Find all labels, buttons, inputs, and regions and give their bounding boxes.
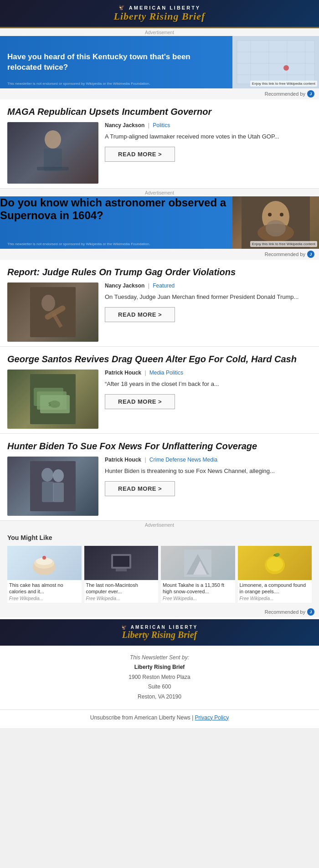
might-like-img-2 [84, 546, 159, 580]
ad1-disclaimer: This newsletter is not endorsed or spons… [0, 80, 158, 88]
svg-text:$: $ [48, 402, 51, 407]
footer-address-3: Reston, VA 20190 [9, 692, 310, 702]
ad1-text-side: Have you heard of this Kentucky town tha… [0, 44, 232, 80]
might-like-source-2: Free Wikipedia... [84, 596, 159, 603]
ad2-disclaimer: This newsletter is not endorsed or spons… [0, 240, 158, 249]
footer-brand-tagline: Liberty Rising Brief [5, 630, 314, 640]
ad2-label: Advertisement [0, 189, 319, 196]
svg-rect-40 [116, 569, 127, 571]
article-1-title: MAGA Republican Upsets Incumbent Governo… [7, 106, 312, 118]
article-4-read-more[interactable]: READ MORE > [105, 481, 175, 496]
article-4-image [7, 457, 98, 516]
footer-unsubscribe-text: Unsubscribe from American Liberty News | [90, 714, 194, 721]
svg-rect-31 [42, 482, 54, 502]
svg-point-16 [266, 220, 286, 236]
brand-name: AMERICAN LIBERTY [129, 5, 201, 10]
recommended-text-1: Recommended by [265, 91, 305, 97]
svg-rect-1 [237, 41, 314, 84]
footer-brand-line1: 🦅 AMERICAN LIBERTY [5, 625, 314, 630]
article-1-read-more[interactable]: READ MORE > [105, 147, 175, 162]
article-2-read-more[interactable]: READ MORE > [105, 307, 175, 322]
ad2-image-side: Enjoy this link to free Wikipedia conten… [232, 196, 319, 249]
ad1-banner[interactable]: Have you heard of this Kentucky town tha… [0, 36, 319, 88]
svg-point-32 [53, 469, 64, 482]
recommended-icon-2: J [307, 251, 314, 258]
article-3-meta: Patrick Houck | Media Politics [105, 370, 219, 376]
footer-privacy-link[interactable]: Privacy Policy [195, 714, 229, 721]
footer-info: This Newsletter Sent by: Liberty Rising … [0, 646, 319, 709]
footer-unsubscribe: Unsubscribe from American Liberty News |… [0, 709, 319, 728]
ad1-image-side: Enjoy this link to free Wikipedia conten… [232, 36, 319, 88]
article-3-image: $ [7, 370, 98, 429]
article-2-category: Featured [153, 282, 175, 289]
article-3-body: $ Patrick Houck | Media Politics “After … [7, 370, 312, 429]
article-3-content: Patrick Houck | Media Politics “After 18… [105, 370, 219, 409]
might-like-source-1: Free Wikipedia... [7, 596, 82, 603]
article-2-excerpt: On Tuesday, Judge Juan Merchan fined for… [105, 293, 298, 302]
might-like-text-4: Limonene, a compound found in orange pee… [238, 580, 312, 596]
ad1-label: Advertisement [0, 28, 319, 36]
svg-point-27 [49, 401, 60, 408]
ad2-astronomer-art: Enjoy this link to free Wikipedia conten… [232, 196, 319, 249]
might-like-item-4[interactable]: Limonene, a compound found in orange pee… [238, 546, 312, 603]
article-1-author: Nancy Jackson [105, 122, 144, 128]
article-3-title: George Santos Revives Drag Queen Alter E… [7, 353, 312, 365]
article-3-category: Media Politics [149, 370, 183, 376]
you-might-like-section: You Might Like This cake has almost no c… [0, 529, 319, 606]
svg-point-18 [280, 213, 283, 216]
brand-line1: 🦅 AMERICAN LIBERTY [5, 5, 314, 10]
header-banner: 🦅 AMERICAN LIBERTY Liberty Rising Brief [0, 0, 319, 28]
svg-point-30 [41, 468, 53, 482]
you-might-like-title: You Might Like [7, 534, 312, 541]
might-like-img-1 [7, 546, 82, 580]
article-4-excerpt: Hunter Biden is threatening to sue Fox N… [105, 467, 275, 476]
ad2-headline: Do you know which astronomer observed a … [0, 196, 232, 222]
svg-point-22 [41, 295, 55, 311]
page-wrapper: 🦅 AMERICAN LIBERTY Liberty Rising Brief … [0, 0, 319, 728]
might-like-item-3[interactable]: Mount Takahe is a 11,350 ft high snow-co… [161, 546, 235, 603]
ad1-map: Enjoy this link to free Wikipedia conten… [232, 36, 319, 88]
footer-brand-name: AMERICAN LIBERTY [131, 625, 198, 630]
article-4-author: Patrick Houck [105, 457, 141, 463]
article-1: MAGA Republican Upsets Incumbent Governo… [0, 99, 319, 189]
footer-address-2: Suite 600 [9, 682, 310, 692]
article-1-body: Nancy Jackson | Politics A Trump-aligned… [7, 122, 312, 184]
ad1-headline: Have you heard of this Kentucky town tha… [7, 52, 225, 72]
might-like-img-3 [161, 546, 235, 580]
recommended-text-2: Recommended by [265, 252, 305, 257]
footer-brand-eagle-icon: 🦅 [121, 625, 128, 630]
footer-banner: 🦅 AMERICAN LIBERTY Liberty Rising Brief [0, 619, 319, 646]
svg-point-45 [267, 557, 283, 571]
svg-rect-33 [53, 483, 64, 502]
article-2-image [7, 282, 98, 342]
article-3-read-more[interactable]: READ MORE > [105, 394, 175, 409]
might-like-source-3: Free Wikipedia... [161, 596, 235, 603]
svg-point-10 [45, 130, 61, 149]
might-like-item-1[interactable]: This cake has almost no calories and it.… [7, 546, 82, 603]
footer-address-1: 1900 Reston Metro Plaza [9, 673, 310, 683]
ad2-text-side: Do you know which astronomer observed a … [0, 196, 232, 249]
might-like-source-4: Free Wikipedia... [238, 596, 312, 603]
recommended-icon-1: J [307, 90, 314, 98]
svg-rect-12 [37, 167, 69, 170]
svg-point-17 [268, 213, 272, 216]
article-1-excerpt: A Trump-aligned lawmaker received more v… [105, 132, 279, 141]
might-like-ad-label: Advertisement [0, 521, 319, 529]
article-4-body: Patrick Houck | Crime Defense News Media… [7, 457, 312, 516]
article-4: Hunter Biden To Sue Fox News For Unflatt… [0, 434, 319, 521]
recommended-by-1: Recommended by J [0, 88, 319, 99]
article-1-content: Nancy Jackson | Politics A Trump-aligned… [105, 122, 279, 162]
svg-point-37 [42, 556, 46, 560]
article-4-content: Patrick Houck | Crime Defense News Media… [105, 457, 275, 496]
article-3-excerpt: “After 18 years in the closet I’m back f… [105, 380, 219, 389]
ad2-banner[interactable]: Do you know which astronomer observed a … [0, 196, 319, 249]
svg-point-9 [283, 65, 289, 71]
article-1-category: Politics [153, 122, 170, 128]
might-like-item-2[interactable]: The last non-Macintosh computer ever... … [84, 546, 159, 603]
might-like-grid: This cake has almost no calories and it.… [7, 546, 312, 603]
article-2-body: Nancy Jackson | Featured On Tuesday, Jud… [7, 282, 312, 342]
svg-rect-39 [113, 556, 129, 567]
might-like-img-4 [238, 546, 312, 580]
article-3-author: Patrick Houck [105, 370, 141, 376]
ad2-img-caption: Enjoy this link to free Wikipedia conten… [250, 241, 317, 247]
